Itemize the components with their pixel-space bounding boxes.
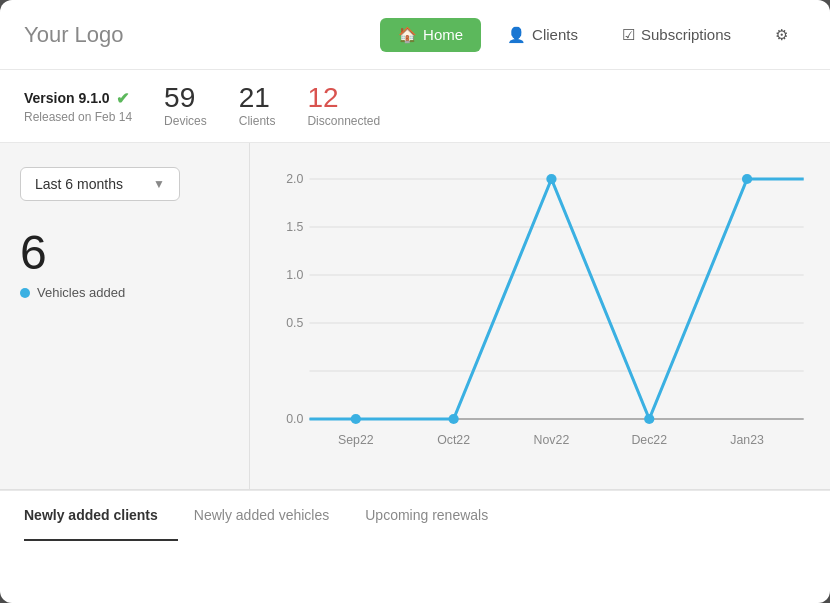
svg-point-20 xyxy=(742,174,752,184)
clients-count: 21 xyxy=(239,84,270,112)
main-content: Last 6 months ▼ 6 Vehicles added xyxy=(0,143,830,490)
clients-stat: 21 Clients xyxy=(239,84,276,128)
version-block: Version 9.1.0 ✔ Released on Feb 14 xyxy=(24,89,132,124)
released-date: Released on Feb 14 xyxy=(24,110,132,124)
main-card: Your Logo 🏠 Home 👤 Clients ☑ Subscriptio… xyxy=(0,0,830,603)
svg-point-19 xyxy=(644,414,654,424)
subscriptions-icon: ☑ xyxy=(622,26,635,44)
svg-text:Dec22: Dec22 xyxy=(631,433,667,447)
tab-upcoming-renewals[interactable]: Upcoming renewals xyxy=(365,491,508,541)
nav-home-button[interactable]: 🏠 Home xyxy=(380,18,481,52)
svg-text:Nov22: Nov22 xyxy=(534,433,570,447)
devices-stat: 59 Devices xyxy=(164,84,207,128)
svg-text:1.5: 1.5 xyxy=(286,220,303,234)
svg-point-16 xyxy=(351,414,361,424)
left-panel: Last 6 months ▼ 6 Vehicles added xyxy=(0,143,250,489)
svg-point-17 xyxy=(448,414,458,424)
svg-text:0.5: 0.5 xyxy=(286,316,303,330)
tab-newly-added-clients[interactable]: Newly added clients xyxy=(24,491,178,541)
svg-text:2.0: 2.0 xyxy=(286,172,303,186)
svg-point-18 xyxy=(546,174,556,184)
vehicles-count: 6 xyxy=(20,229,229,277)
nav-bar: Your Logo 🏠 Home 👤 Clients ☑ Subscriptio… xyxy=(0,0,830,70)
stats-bar: Version 9.1.0 ✔ Released on Feb 14 59 De… xyxy=(0,70,830,143)
svg-text:0.0: 0.0 xyxy=(286,412,303,426)
line-chart: 2.0 1.5 1.0 0.5 0.0 Sep22 Oct22 Nov22 De… xyxy=(258,159,814,489)
home-icon: 🏠 xyxy=(398,26,417,44)
devices-label: Devices xyxy=(164,114,207,128)
disconnected-count: 12 xyxy=(307,84,338,112)
version-title: Version 9.1.0 ✔ xyxy=(24,89,132,108)
clients-label: Clients xyxy=(239,114,276,128)
logo: Your Logo xyxy=(24,22,124,48)
tab-newly-added-vehicles[interactable]: Newly added vehicles xyxy=(194,491,349,541)
dot-icon xyxy=(20,288,30,298)
time-range-dropdown[interactable]: Last 6 months ▼ xyxy=(20,167,180,201)
chevron-down-icon: ▼ xyxy=(153,177,165,191)
check-icon: ✔ xyxy=(116,89,129,108)
dropdown-label: Last 6 months xyxy=(35,176,123,192)
vehicles-label-text: Vehicles added xyxy=(37,285,125,300)
vehicles-label-row: Vehicles added xyxy=(20,285,229,300)
nav-subscriptions-button[interactable]: ☑ Subscriptions xyxy=(604,18,749,52)
bottom-tabs: Newly added clients Newly added vehicles… xyxy=(0,490,830,541)
disconnected-label: Disconnected xyxy=(307,114,380,128)
disconnected-stat: 12 Disconnected xyxy=(307,84,380,128)
svg-text:1.0: 1.0 xyxy=(286,268,303,282)
nav-settings-button[interactable]: ⚙ xyxy=(757,18,806,52)
clients-icon: 👤 xyxy=(507,26,526,44)
svg-text:Jan23: Jan23 xyxy=(730,433,764,447)
settings-icon: ⚙ xyxy=(775,26,788,44)
chart-panel: 2.0 1.5 1.0 0.5 0.0 Sep22 Oct22 Nov22 De… xyxy=(250,143,830,489)
svg-text:Oct22: Oct22 xyxy=(437,433,470,447)
svg-text:Sep22: Sep22 xyxy=(338,433,374,447)
chart-container: 2.0 1.5 1.0 0.5 0.0 Sep22 Oct22 Nov22 De… xyxy=(258,159,814,489)
nav-clients-button[interactable]: 👤 Clients xyxy=(489,18,596,52)
devices-count: 59 xyxy=(164,84,195,112)
